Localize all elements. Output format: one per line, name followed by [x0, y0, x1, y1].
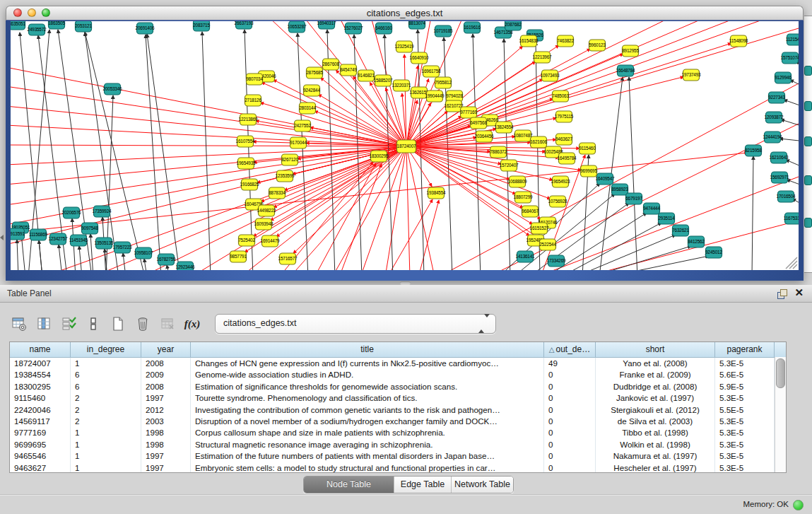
table-row[interactable]: 1938455462009Genome-wide association stu… [10, 369, 786, 380]
table-cell[interactable]: Hescheler et al. (1997) [596, 462, 715, 473]
table-cell[interactable]: 0 [544, 416, 596, 427]
table-row[interactable]: 1872400712008Changes of HCN gene express… [10, 358, 786, 369]
delete-table-icon[interactable] [158, 315, 177, 332]
table-cell[interactable]: 0 [544, 439, 596, 450]
table-cell[interactable]: Genome-wide association studies in ADHD. [191, 369, 544, 380]
table-cell[interactable]: Nakamura et al. (1997) [596, 450, 715, 462]
table-cell[interactable]: 1998 [141, 427, 191, 438]
table-row[interactable]: 969969511998Structural magnetic resonanc… [10, 439, 786, 450]
table-cell[interactable]: 5.3E-5 [715, 462, 775, 473]
table-cell[interactable]: 0 [544, 392, 596, 404]
table-cell[interactable]: Embryonic stem cells: a model to study s… [191, 462, 544, 473]
table-cell[interactable]: 2 [71, 392, 141, 404]
table-cell[interactable]: Jankovic et al. (1997) [596, 392, 715, 404]
table-cell[interactable]: 2009 [141, 369, 191, 380]
table-cell[interactable]: 2 [71, 416, 141, 427]
network-canvas[interactable]: 8635051249355721863505205312120691406208… [11, 21, 799, 270]
zoom-button[interactable] [42, 8, 50, 17]
table-cell[interactable]: 5.9E-5 [715, 381, 775, 392]
table-cell[interactable]: 1 [71, 427, 141, 438]
table-cell[interactable]: Yano et al. (2008) [596, 358, 715, 369]
table-cell[interactable]: Stergiakouli et al. (2012) [596, 404, 715, 416]
table-cell[interactable]: Estimation of significance thresholds fo… [191, 381, 544, 392]
table-cell[interactable]: de Silva et al. (2003) [596, 416, 715, 427]
table-cell[interactable]: Dudbridge et al. (2008) [596, 381, 715, 392]
table-cell[interactable]: Wolkin et al. (1998) [596, 439, 715, 450]
table-cell[interactable]: Changes of HCN gene expression and I(f) … [191, 358, 544, 369]
panel-collapse-arrow-icon[interactable] [0, 235, 4, 240]
column-header-year[interactable]: year [141, 342, 191, 357]
table-cell[interactable]: 5.6E-5 [715, 369, 775, 380]
row-height-icon[interactable] [84, 315, 102, 332]
table-row[interactable]: 1830029562008Estimation of significance … [10, 381, 786, 392]
table-cell[interactable]: Franke et al. (2009) [596, 369, 715, 380]
function-builder-icon[interactable]: f(x) [183, 315, 201, 332]
table-cell[interactable]: 5.3E-5 [715, 392, 775, 404]
tab-network-table[interactable]: Network Table [452, 477, 513, 493]
delete-trash-icon[interactable] [134, 315, 152, 332]
show-columns-icon[interactable] [35, 315, 53, 332]
table-cell[interactable]: Disruption of a novel member of a sodium… [191, 416, 544, 427]
table-cell[interactable]: 5.3E-5 [715, 358, 775, 369]
memory-ok-indicator[interactable] [793, 500, 804, 510]
table-cell[interactable]: 2008 [141, 381, 191, 392]
table-cell[interactable]: 5.3E-5 [715, 439, 775, 450]
table-cell[interactable]: 1997 [141, 392, 191, 404]
minimize-button[interactable] [28, 8, 36, 17]
table-cell[interactable]: Tibbo et al. (1998) [596, 427, 715, 438]
close-panel-icon[interactable]: ✕ [794, 286, 804, 299]
table-cell[interactable]: 9115460 [10, 392, 71, 404]
column-header-title[interactable]: title [191, 342, 544, 357]
table-selector-dropdown[interactable]: citations_edges.txt [215, 314, 496, 334]
table-cell[interactable]: Structural magnetic resonance image aver… [191, 439, 544, 450]
resize-grip-icon[interactable] [786, 257, 797, 269]
tab-node-table[interactable]: Node Table [304, 477, 394, 493]
table-cell[interactable]: 0 [544, 369, 596, 380]
table-cell[interactable]: Tourette syndrome. Phenomenology and cla… [191, 392, 544, 404]
table-cell[interactable]: 2012 [141, 404, 191, 416]
table-cell[interactable]: 22420046 [10, 404, 71, 416]
table-row[interactable]: 977716911998Corpus callosum shape and si… [10, 427, 786, 438]
tab-edge-table[interactable]: Edge Table [394, 477, 452, 493]
column-header-in_degree[interactable]: in_degree [71, 342, 141, 357]
table-cell[interactable]: 0 [544, 450, 596, 462]
new-document-icon[interactable] [109, 315, 127, 332]
table-cell[interactable]: 6 [71, 369, 141, 380]
table-cell[interactable]: 18724007 [10, 358, 71, 369]
table-cell[interactable]: 1998 [141, 439, 191, 450]
column-header-name[interactable]: name [10, 342, 71, 357]
table-cell[interactable]: 0 [544, 381, 596, 392]
table-cell[interactable]: 5.3E-5 [715, 427, 775, 438]
table-cell[interactable]: 18300295 [10, 381, 71, 392]
table-cell[interactable]: 1 [71, 450, 141, 462]
close-button[interactable] [13, 8, 22, 17]
table-cell[interactable]: 1 [71, 439, 141, 450]
table-cell[interactable]: 1997 [141, 450, 191, 462]
table-cell[interactable]: 1997 [141, 462, 191, 473]
table-cell[interactable]: 1 [71, 462, 141, 473]
vertical-scrollbar[interactable] [775, 357, 786, 472]
table-cell[interactable]: 19384554 [10, 369, 71, 380]
scrollbar-thumb[interactable] [776, 358, 785, 388]
table-cell[interactable]: Corpus callosum shape and size in male p… [191, 427, 544, 438]
table-cell[interactable]: 5.3E-5 [715, 450, 775, 462]
table-row[interactable]: 946362711997Embryonic stem cells: a mode… [10, 462, 786, 473]
float-window-icon[interactable] [777, 289, 787, 298]
table-row[interactable]: 946554611997Estimation of the future num… [10, 450, 786, 462]
table-cell[interactable]: 1 [71, 358, 141, 369]
table-cell[interactable]: 5.5E-5 [715, 404, 775, 416]
select-all-rows-icon[interactable] [59, 315, 78, 332]
table-cell[interactable]: 2 [71, 404, 141, 416]
table-cell[interactable]: 6 [71, 381, 141, 392]
table-cell[interactable]: 5.3E-5 [715, 416, 775, 427]
column-header-short[interactable]: short [596, 342, 715, 357]
table-cell[interactable]: 0 [544, 462, 596, 473]
column-header-out_de[interactable]: △out_de… [544, 342, 596, 357]
table-cell[interactable]: 2008 [141, 358, 191, 369]
table-row[interactable]: 2242004622012Investigating the contribut… [10, 404, 786, 416]
table-cell[interactable]: 9699695 [10, 439, 71, 450]
column-header-pagerank[interactable]: pagerank [715, 342, 775, 357]
window-titlebar[interactable]: citations_edges.txt [6, 6, 804, 21]
table-cell[interactable]: Estimation of the future numbers of pati… [191, 450, 544, 462]
table-row[interactable]: 1456911722003Disruption of a novel membe… [10, 416, 786, 427]
